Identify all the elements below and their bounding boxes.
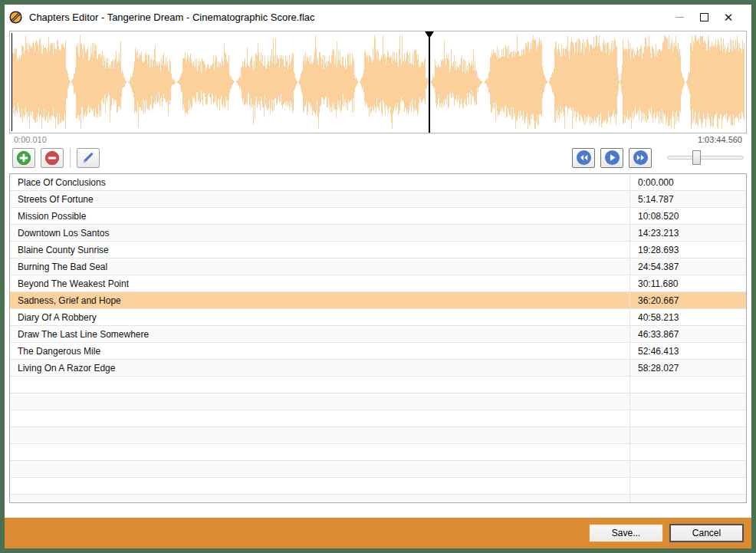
add-chapter-button[interactable] bbox=[12, 148, 35, 168]
toolbar bbox=[9, 147, 747, 168]
chapter-start-time bbox=[629, 393, 746, 410]
empty-row bbox=[10, 478, 746, 495]
close-button[interactable]: ✕ bbox=[716, 7, 741, 27]
chapter-title: Downtown Los Santos bbox=[10, 225, 629, 241]
chapter-title: Blaine County Sunrise bbox=[10, 242, 629, 258]
chapter-row[interactable]: Sadness, Grief and Hope36:20.667 bbox=[10, 292, 746, 309]
chapters-table: Place Of Conclusions0:00.000Streets Of F… bbox=[9, 173, 747, 503]
rewind-button[interactable] bbox=[572, 148, 595, 168]
playback-controls bbox=[572, 148, 747, 168]
play-button[interactable] bbox=[600, 148, 623, 168]
chapter-title bbox=[10, 393, 629, 410]
empty-row bbox=[10, 495, 746, 503]
minus-icon bbox=[44, 150, 60, 166]
time-labels-row: 0:00.010 1:03:44.560 bbox=[5, 133, 751, 144]
chapter-start-time: 58:28.027 bbox=[629, 360, 746, 376]
pencil-icon bbox=[81, 150, 96, 166]
chapter-title: Diary Of A Robbery bbox=[10, 309, 629, 325]
toolbar-separator bbox=[70, 148, 71, 168]
chapter-start-time bbox=[629, 410, 746, 426]
chapter-title bbox=[10, 478, 629, 494]
total-duration: 1:03:44.560 bbox=[698, 135, 742, 144]
chapter-title bbox=[10, 427, 629, 443]
plus-icon bbox=[16, 150, 31, 166]
playhead-line bbox=[12, 33, 12, 131]
chapter-title: Place Of Conclusions bbox=[10, 174, 629, 190]
chapter-row[interactable]: Place Of Conclusions0:00.000 bbox=[10, 174, 746, 191]
chapter-row[interactable]: Living On A Razor Edge58:28.027 bbox=[10, 360, 746, 377]
chapter-row[interactable]: Diary Of A Robbery40:58.213 bbox=[10, 309, 746, 326]
chapter-title: The Dangerous Mile bbox=[10, 343, 629, 359]
chapter-edit-buttons bbox=[12, 148, 105, 168]
minimize-button[interactable] bbox=[667, 7, 692, 27]
chapter-row[interactable]: Burning The Bad Seal24:54.387 bbox=[10, 258, 746, 275]
playback-slider[interactable] bbox=[667, 148, 744, 168]
waveform-panel[interactable] bbox=[9, 31, 747, 133]
title-bar: Chapters Editor - Tangerine Dream - Cine… bbox=[5, 5, 751, 29]
chapter-start-time: 0:00.000 bbox=[629, 174, 746, 190]
close-icon: ✕ bbox=[724, 12, 734, 23]
save-button[interactable]: Save... bbox=[589, 524, 663, 542]
chapter-title bbox=[10, 410, 629, 426]
chapter-start-time bbox=[629, 427, 746, 443]
chapter-start-time: 46:33.867 bbox=[629, 326, 746, 342]
chapter-title: Living On A Razor Edge bbox=[10, 360, 629, 376]
selected-chapter-marker[interactable] bbox=[429, 31, 430, 133]
chapter-start-time: 14:23.213 bbox=[629, 225, 746, 241]
chapter-start-time: 52:46.413 bbox=[629, 343, 746, 359]
slider-thumb[interactable] bbox=[692, 150, 701, 165]
chapter-start-time bbox=[629, 461, 746, 477]
chapter-start-time bbox=[629, 478, 746, 494]
chapter-title: Burning The Bad Seal bbox=[10, 258, 629, 275]
chapter-row[interactable]: Streets Of Fortune5:14.787 bbox=[10, 191, 746, 208]
chapter-title: Mission Possible bbox=[10, 208, 629, 224]
remove-chapter-button[interactable] bbox=[41, 148, 64, 168]
maximize-icon bbox=[700, 13, 708, 21]
chapter-start-time: 10:08.520 bbox=[629, 208, 746, 224]
empty-row bbox=[10, 410, 746, 427]
chapter-title: Sadness, Grief and Hope bbox=[10, 292, 629, 308]
chapter-start-time: 5:14.787 bbox=[629, 191, 746, 207]
chapter-title: Draw The Last Line Somewhere bbox=[10, 326, 629, 342]
cancel-button[interactable]: Cancel bbox=[669, 524, 744, 542]
chapter-title bbox=[10, 495, 629, 503]
maximize-button[interactable] bbox=[692, 7, 716, 27]
chapter-row[interactable]: Draw The Last Line Somewhere46:33.867 bbox=[10, 326, 746, 343]
chapter-title bbox=[10, 377, 629, 393]
chapter-row[interactable]: Mission Possible10:08.520 bbox=[10, 208, 746, 225]
waveform-canvas[interactable] bbox=[10, 31, 746, 133]
window-controls: ✕ bbox=[667, 7, 741, 27]
minimize-icon bbox=[675, 17, 684, 18]
empty-row bbox=[10, 427, 746, 444]
chapter-start-time bbox=[629, 444, 746, 460]
chapter-marker-handle-icon[interactable] bbox=[425, 31, 434, 38]
chapter-row[interactable]: Beyond The Weakest Point30:11.680 bbox=[10, 275, 746, 292]
chapter-title: Streets Of Fortune bbox=[10, 191, 629, 207]
footer-bar: Save... Cancel bbox=[5, 518, 751, 548]
chapter-row[interactable]: Downtown Los Santos14:23.213 bbox=[10, 225, 746, 242]
window-title: Chapters Editor - Tangerine Dream - Cine… bbox=[29, 12, 667, 23]
chapter-title bbox=[10, 444, 629, 460]
chapters-editor-window: Chapters Editor - Tangerine Dream - Cine… bbox=[5, 5, 751, 548]
chapter-start-time bbox=[629, 495, 746, 503]
empty-row bbox=[10, 444, 746, 461]
chapter-start-time: 30:11.680 bbox=[629, 275, 746, 291]
chapter-start-time: 36:20.667 bbox=[629, 292, 746, 308]
chapter-row[interactable]: Blaine County Sunrise19:28.693 bbox=[10, 242, 746, 258]
chapter-row[interactable]: The Dangerous Mile52:46.413 bbox=[10, 343, 746, 360]
edit-chapter-button[interactable] bbox=[77, 148, 100, 168]
play-icon bbox=[604, 150, 620, 166]
empty-row bbox=[10, 377, 746, 393]
fast-forward-icon bbox=[633, 150, 649, 166]
empty-row bbox=[10, 393, 746, 410]
empty-row bbox=[10, 461, 746, 478]
chapter-start-time bbox=[629, 377, 746, 393]
chapter-start-time: 40:58.213 bbox=[629, 309, 746, 325]
slider-track[interactable] bbox=[667, 156, 744, 160]
fast-forward-button[interactable] bbox=[629, 148, 652, 168]
chapter-start-time: 24:54.387 bbox=[629, 258, 746, 275]
view-start-time: 0:00.010 bbox=[14, 135, 47, 144]
rewind-icon bbox=[576, 150, 592, 166]
chapter-title bbox=[10, 461, 629, 477]
chapter-title: Beyond The Weakest Point bbox=[10, 275, 629, 291]
